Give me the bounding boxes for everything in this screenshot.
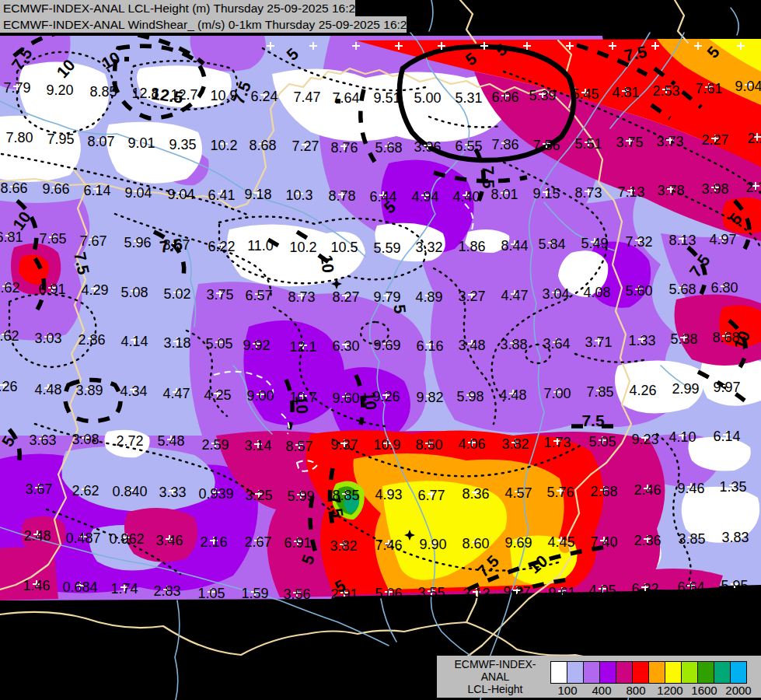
station-value: 8.68	[249, 138, 276, 153]
station-value: 7.80	[5, 130, 33, 145]
station-value: 2.72	[116, 433, 143, 449]
station-value: 9.04	[124, 185, 152, 201]
station-value: 3.75	[206, 287, 233, 303]
legend-title-model: ECMWF-INDEX-ANAL	[442, 658, 549, 683]
legend-color-box	[632, 661, 649, 684]
station-value: 2.46	[634, 482, 661, 498]
station-value: 3.78	[657, 183, 684, 198]
legend-tick-label: 100	[550, 684, 585, 697]
station-value: 8.44	[501, 238, 528, 254]
legend-color-box	[681, 661, 698, 684]
station-value: 4.81	[612, 85, 639, 100]
station-value: 5.51	[574, 136, 602, 152]
station-value: 7.85	[586, 384, 613, 400]
legend-tick-label: 2000	[721, 684, 756, 697]
station-value: 6.22	[208, 239, 235, 254]
station-value: 3.83	[721, 530, 749, 545]
station-value: 3.85	[678, 531, 705, 547]
station-value: 0.962	[109, 531, 144, 547]
legend-panel: ECMWF-INDEX-ANAL LCL-Height m 1004008001…	[437, 656, 761, 698]
station-value: 3.48	[458, 338, 485, 353]
town-square-icon	[336, 99, 340, 103]
station-value: 11.0	[247, 238, 274, 254]
station-value: 2.53	[652, 83, 679, 99]
station-value: 9.82	[416, 390, 443, 405]
station-value: 3.73	[656, 134, 683, 149]
station-value: 4.06	[458, 436, 485, 452]
station-value: 2.1	[745, 180, 761, 195]
station-value: 3.08	[72, 432, 99, 447]
station-value: 2.27	[701, 132, 728, 148]
station-value: 6.81	[0, 229, 23, 245]
station-value: 9.69	[373, 338, 400, 353]
legend-title: ECMWF-INDEX-ANAL LCL-Height m	[442, 658, 549, 700]
station-value: 9.66	[42, 181, 69, 197]
station-value: 5.06	[375, 586, 402, 601]
legend-color-box	[550, 661, 567, 684]
station-value: 7.47	[293, 89, 320, 105]
station-value: 5.48	[157, 433, 184, 449]
station-value: 4.47	[501, 288, 528, 303]
station-value: 7.95	[47, 131, 74, 147]
station-value: 7.86	[491, 137, 518, 152]
station-value: 9.27	[503, 584, 530, 600]
station-value: 2.48	[23, 528, 51, 544]
station-value: 3.27	[458, 289, 485, 304]
station-value: 8.07	[87, 134, 114, 149]
contour-label: 7.5	[581, 411, 605, 429]
station-value: 9.46	[677, 481, 704, 496]
station-value: 3.25	[245, 488, 272, 503]
station-value: 9.23	[631, 432, 658, 447]
station-value: 4.34	[120, 383, 147, 399]
station-value: 6.64	[677, 579, 704, 595]
legend-tick-label: 800	[619, 684, 653, 697]
station-value: 3.63	[29, 432, 56, 448]
station-value: 2.86	[78, 332, 105, 348]
station-value: 5.95	[721, 578, 748, 593]
legend-color-box	[616, 661, 633, 684]
station-value: 4.26	[0, 379, 18, 394]
station-value: 5.38	[670, 331, 697, 347]
station-value: 10.5	[330, 240, 358, 255]
station-value: 4.26	[629, 383, 656, 398]
legend-unit: m	[442, 695, 549, 700]
station-value: 9.01	[127, 135, 155, 151]
station-value: 3.64	[543, 336, 570, 352]
station-value: 7.32	[625, 234, 652, 250]
legend-title-parameter: LCL-Height	[442, 683, 549, 695]
station-value: 2.67	[244, 534, 271, 550]
contour-label: 10	[292, 395, 312, 415]
map-canvas: 7.799.208.8512.812.710.96.247.477.649.51…	[0, 0, 761, 700]
legend-tick-label: 1600	[687, 684, 721, 697]
station-value: 7.13	[617, 184, 644, 200]
station-value: 2.2	[747, 131, 761, 146]
station-value: 5.02	[163, 286, 190, 302]
contour-label: 7.5	[479, 166, 497, 189]
station-value: 7.27	[291, 138, 319, 154]
station-value: 4.05	[588, 583, 616, 598]
station-value: 3.71	[585, 334, 612, 350]
station-value: 4.57	[504, 485, 532, 501]
station-value: 6.14	[83, 183, 110, 198]
station-value: 1.35	[719, 479, 746, 495]
map-fill-regions	[0, 36, 761, 600]
titlebar-lcl-height: ECMWF-INDEX-ANAL LCL-Height (m) Thursday…	[0, 0, 355, 16]
town-square-icon	[124, 57, 129, 61]
station-value: 6.77	[417, 488, 445, 503]
station-value: 5.05	[588, 434, 616, 450]
station-value: 4.89	[415, 289, 442, 305]
station-value: 6.32	[631, 581, 658, 597]
station-value: 9.79	[373, 289, 400, 305]
station-value: 4.14	[120, 334, 148, 349]
station-value: 5.31	[455, 90, 482, 106]
station-value: 5.98	[456, 389, 483, 404]
station-value: 3.82	[330, 538, 357, 554]
station-value: 5.68	[375, 140, 402, 156]
station-value: 2.68	[590, 484, 617, 499]
station-value: 5.08	[120, 285, 148, 300]
station-value: 3.33	[159, 485, 186, 500]
station-value: 2.83	[153, 583, 180, 599]
station-value: 9.04	[735, 79, 761, 94]
station-value: 7.65	[39, 231, 66, 247]
station-value: 7.79	[3, 80, 30, 96]
